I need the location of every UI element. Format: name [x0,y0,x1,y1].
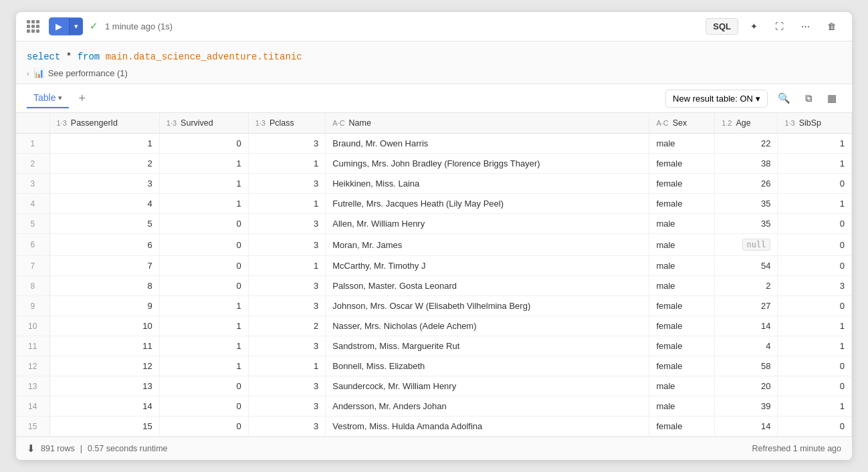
runtime-label: 0.57 seconds runtime [88,444,168,453]
table-cell: 3 [248,417,326,437]
new-result-dropdown[interactable]: New result table: ON ▾ [665,90,768,108]
table-cell: 26 [715,174,778,194]
delete-button[interactable]: 🗑 [822,18,841,35]
table-footer: ⬇ 891 rows | 0.57 seconds runtime Refres… [16,437,852,460]
table-cell: 35 [715,194,778,214]
footer-separator: | [80,444,82,453]
table-cell: 0 [159,417,248,437]
col-header-pclass[interactable]: 1·3Pclass [248,113,326,134]
table-cell: 0 [159,256,248,276]
more-icon: ⋯ [801,21,810,31]
table-cell: 0 [159,214,248,234]
trash-icon: 🗑 [827,21,836,31]
table-row: 151503Vestrom, Miss. Hulda Amanda Adolfi… [16,417,852,437]
table-row: 6603Moran, Mr. Jamesmalenull0 [16,234,852,256]
search-button[interactable]: 🔍 [773,89,795,108]
col-header-sex[interactable]: A·CSex [649,113,715,134]
table-row: 2211Cumings, Mrs. John Bradley (Florence… [16,154,852,174]
table-cell: 3 [778,276,852,296]
table-cell: Sandstrom, Miss. Marguerite Rut [326,336,649,356]
table-cell: 6 [16,234,49,256]
table-cell: 12 [16,356,49,376]
table-cell: female [649,316,715,336]
table-cell: female [649,296,715,316]
table-cell: 3 [248,296,326,316]
refreshed-label: Refreshed 1 minute ago [752,444,841,453]
table-cell: 0 [778,214,852,234]
table-cell: 0 [778,417,852,437]
table-cell: 38 [715,154,778,174]
row-count: 891 rows [41,444,75,453]
col-header-name[interactable]: A·CName [326,113,649,134]
table-cell: Cumings, Mrs. John Bradley (Florence Bri… [326,154,649,174]
table-cell: 1 [159,154,248,174]
table-cell: McCarthy, Mr. Timothy J [326,256,649,276]
table-cell: Futrelle, Mrs. Jacques Heath (Lily May P… [326,194,649,214]
table-cell: 10 [16,316,49,336]
table-tab[interactable]: Table ▾ [27,88,69,108]
table-cell: male [649,256,715,276]
table-cell: female [649,174,715,194]
table-cell: 3 [248,376,326,396]
columns-button[interactable]: ▦ [823,89,841,108]
table-row: 131303Saundercock, Mr. William Henrymale… [16,376,852,396]
table-cell: Heikkinen, Miss. Laina [326,174,649,194]
table-header: 1·3PassengerId 1·3Survived 1·3Pclass A·C… [16,113,852,134]
table-cell: 0 [159,376,248,396]
table-cell: 4 [16,194,49,214]
add-tab-button[interactable]: + [74,90,90,107]
table-cell: 15 [16,417,49,437]
table-cell: 0 [159,396,248,417]
table-cell: 3 [248,276,326,296]
table-cell: 13 [16,376,49,396]
results-toolbar-right: New result table: ON ▾ 🔍 ⧉ ▦ [665,89,841,108]
table-row: 111113Sandstrom, Miss. Marguerite Rutfem… [16,336,852,356]
table-cell: female [649,154,715,174]
table-cell: 27 [715,296,778,316]
table-cell: 1 [49,134,159,154]
table-cell: 3 [248,396,326,417]
performance-link[interactable]: › 📊 See performance (1) [27,68,841,78]
table-cell: 1 [159,174,248,194]
table-cell: 1 [248,256,326,276]
table-row: 8803Palsson, Master. Gosta Leonardmale23 [16,276,852,296]
table-cell: 2 [49,154,159,174]
col-header-passengerid[interactable]: 1·3PassengerId [49,113,159,134]
table-cell: male [649,396,715,417]
table-cell: Allen, Mr. William Henry [326,214,649,234]
col-header-sibsp[interactable]: 1·3SibSp [778,113,852,134]
table-tab-label: Table [33,92,56,103]
chevron-right-icon: › [27,70,29,78]
table-cell: 1 [778,396,852,417]
keyword-from: from [78,51,100,62]
table-cell: 2 [16,154,49,174]
table-cell: 14 [715,316,778,336]
table-cell: 0 [778,296,852,316]
expand-button[interactable]: ⛶ [770,18,789,35]
download-icon[interactable]: ⬇ [27,443,35,455]
table-row: 9913Johnson, Mrs. Oscar W (Elisabeth Vil… [16,296,852,316]
table-cell: 8 [49,276,159,296]
filter-button[interactable]: ⧉ [800,89,817,108]
sql-code[interactable]: select * from main.data_science_adventur… [27,49,841,64]
table-cell: 0 [159,134,248,154]
table-cell: 3 [248,214,326,234]
table-cell: 1 [159,316,248,336]
run-button[interactable]: ▶ ▾ [49,17,83,35]
magic-wand-button[interactable]: ✦ [745,18,763,35]
table-tab-dropdown-icon[interactable]: ▾ [58,94,62,102]
table-cell: 5 [16,214,49,234]
table-cell: 3 [16,174,49,194]
more-options-button[interactable]: ⋯ [796,18,815,35]
col-header-age[interactable]: 1.2Age [715,113,778,134]
run-dropdown-arrow[interactable]: ▾ [69,18,83,35]
table-cell: 4 [49,194,159,214]
table-cell: Saundercock, Mr. William Henry [326,376,649,396]
table-cell: 1 [159,356,248,376]
table-cell: 9 [49,296,159,316]
table-cell: male [649,134,715,154]
chart-icon: 📊 [33,68,44,78]
table-cell: 54 [715,256,778,276]
table-row: 1103Braund, Mr. Owen Harrismale221 [16,134,852,154]
col-header-survived[interactable]: 1·3Survived [159,113,248,134]
